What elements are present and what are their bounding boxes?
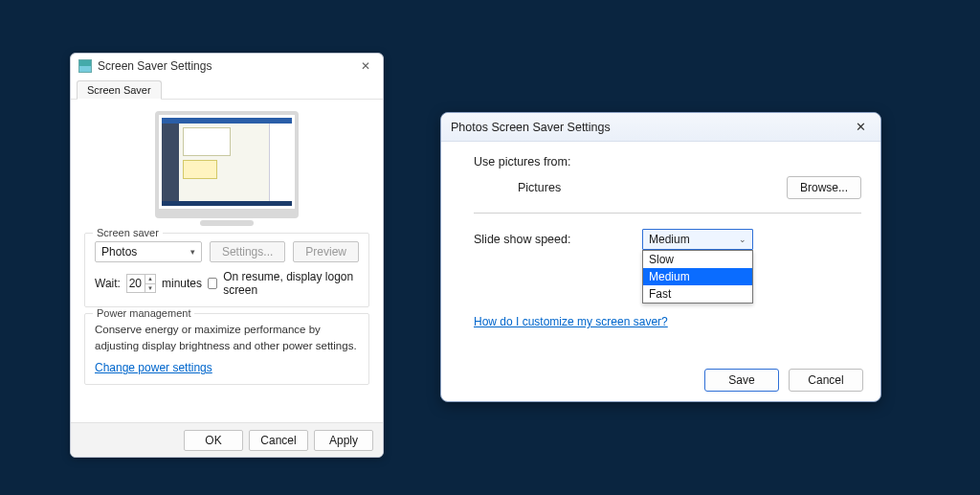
speed-option-fast[interactable]: Fast [643,285,752,303]
preview-button[interactable]: Preview [293,241,359,262]
tab-screen-saver[interactable]: Screen Saver [77,80,162,100]
save-button[interactable]: Save [704,369,779,392]
screen-saver-legend: Screen saver [93,227,163,238]
resume-logon-checkbox[interactable] [208,278,217,289]
change-power-settings-link[interactable]: Change power settings [95,361,359,374]
dialog2-titlebar[interactable]: Photos Screen Saver Settings ✕ [441,113,880,142]
slide-speed-label: Slide show speed: [474,233,642,246]
close-icon[interactable]: ✕ [356,59,375,73]
resume-logon-label: On resume, display logon screen [223,270,359,297]
apply-button[interactable]: Apply [314,430,373,451]
power-management-text: Conserve energy or maximize performance … [95,322,359,353]
spinner-up-icon[interactable]: ▲ [145,275,155,284]
dialog2-title: Photos Screen Saver Settings [451,121,611,134]
screensaver-select-value: Photos [101,245,137,259]
dialog1-titlebar[interactable]: Screen Saver Settings ✕ [71,54,383,79]
power-management-group: Power management Conserve energy or maxi… [84,313,369,385]
cancel-button[interactable]: Cancel [789,369,863,392]
dialog1-icon [78,59,92,73]
pictures-value: Pictures [518,181,787,194]
help-link[interactable]: How do I customize my screen saver? [474,315,861,328]
screen-saver-group: Screen saver Photos ▾ Settings... Previe… [84,233,369,307]
wait-value: 20 [127,275,145,292]
close-icon[interactable]: ✕ [850,120,871,134]
chevron-down-icon: ⌄ [739,235,746,244]
photos-screen-saver-settings-dialog: Photos Screen Saver Settings ✕ Use pictu… [440,112,881,402]
wait-unit: minutes [162,277,202,290]
screensaver-preview [84,107,369,227]
browse-button[interactable]: Browse... [787,176,861,199]
spinner-down-icon[interactable]: ▼ [145,284,155,293]
speed-option-slow[interactable]: Slow [643,251,752,268]
wait-label: Wait: [95,277,121,290]
wait-spinner[interactable]: 20 ▲▼ [126,274,156,293]
power-management-legend: Power management [93,307,194,319]
slide-speed-dropdown[interactable]: Slow Medium Fast [642,250,753,304]
speed-option-medium[interactable]: Medium [643,268,752,285]
ok-button[interactable]: OK [184,430,243,451]
cancel-button[interactable]: Cancel [249,430,308,451]
dialog1-title: Screen Saver Settings [98,59,212,73]
screensaver-select[interactable]: Photos ▾ [95,241,202,262]
screen-saver-settings-dialog: Screen Saver Settings ✕ Screen Saver [70,53,384,458]
pictures-from-label: Use pictures from: [474,155,861,169]
divider [474,213,861,214]
dialog1-button-bar: OK Cancel Apply [71,422,383,457]
chevron-down-icon: ▾ [190,247,195,257]
dialog1-tabstrip: Screen Saver [71,79,383,100]
settings-button[interactable]: Settings... [210,241,285,262]
dialog2-button-bar: Save Cancel [441,359,880,401]
slide-speed-select[interactable]: Medium ⌄ [642,229,753,250]
slide-speed-value: Medium [649,233,690,246]
